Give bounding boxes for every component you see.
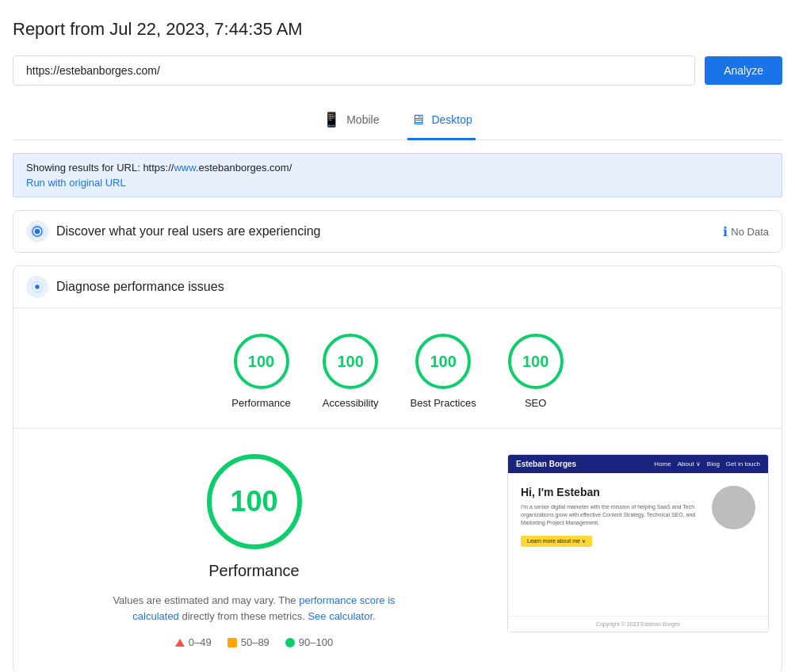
score-best-practices: 100 Best Practices xyxy=(411,334,476,409)
discover-section: Discover what your real users are experi… xyxy=(13,210,782,253)
tab-mobile-label: Mobile xyxy=(346,113,379,126)
results-www-link[interactable]: www xyxy=(174,162,195,174)
legend-orange: 50–89 xyxy=(227,636,269,648)
legend-red-icon xyxy=(175,639,185,647)
screenshot-footer: Copyright © 2023 Esteban Borges xyxy=(508,616,768,632)
screenshot-logo: Esteban Borges xyxy=(516,460,576,468)
detail-right: Esteban Borges Home About ∨ Blog Get in … xyxy=(507,454,769,632)
legend-orange-icon xyxy=(227,638,237,647)
score-accessibility: 100 Accessibility xyxy=(323,334,379,409)
detail-left: 100 Performance Values are estimated and… xyxy=(26,454,482,648)
screenshot-header: Esteban Borges Home About ∨ Blog Get in … xyxy=(508,455,768,473)
svg-point-4 xyxy=(35,284,39,288)
score-label-accessibility: Accessibility xyxy=(323,397,379,409)
results-banner: Showing results for URL: https://www.est… xyxy=(13,153,782,197)
detail-description: Values are estimated and may vary. The p… xyxy=(104,593,405,624)
screenshot-text-block: Hi, I'm Esteban I'm a senior digital mar… xyxy=(521,486,705,547)
no-data-text: No Data xyxy=(731,226,769,238)
score-circle-seo: 100 xyxy=(508,334,564,389)
no-data-badge: ℹ No Data xyxy=(723,224,769,239)
discover-icon xyxy=(26,220,48,242)
diagnose-section: Diagnose performance issues 100 Performa… xyxy=(13,265,782,672)
score-circle-best-practices: 100 xyxy=(415,334,471,389)
score-label-performance: Performance xyxy=(231,397,290,409)
results-text-prefix: Showing results for URL: https:// xyxy=(26,162,174,174)
tab-desktop[interactable]: 🖥 Desktop xyxy=(407,105,475,140)
screenshot-body-text: I'm a senior digital marketer with the m… xyxy=(521,503,705,526)
score-circle-accessibility: 100 xyxy=(323,334,378,389)
run-original-url-link[interactable]: Run with original URL xyxy=(26,177,769,189)
screenshot-hero: Hi, I'm Esteban I'm a senior digital mar… xyxy=(521,486,755,547)
screenshot-nav: Home About ∨ Blog Get in touch xyxy=(654,460,760,468)
score-performance: 100 Performance xyxy=(231,334,290,409)
score-label-seo: SEO xyxy=(525,397,546,409)
tab-bar: 📱 Mobile 🖥 Desktop xyxy=(13,105,782,140)
legend-row: 0–49 50–89 90–100 xyxy=(175,636,333,648)
legend-red: 0–49 xyxy=(175,636,212,648)
results-text-suffix: .estebanborges.com/ xyxy=(196,162,292,174)
report-title: Report from Jul 22, 2023, 7:44:35 AM xyxy=(13,19,782,40)
tab-desktop-label: Desktop xyxy=(431,113,472,126)
url-input[interactable] xyxy=(13,55,695,86)
score-label-best-practices: Best Practices xyxy=(411,397,476,409)
screenshot-cta: Learn more about me ∨ xyxy=(521,536,592,547)
see-calculator-link[interactable]: See calculator xyxy=(308,610,373,622)
diagnose-title: Diagnose performance issues xyxy=(56,280,769,294)
detail-section: 100 Performance Values are estimated and… xyxy=(13,429,782,672)
legend-green: 90–100 xyxy=(285,636,333,648)
desktop-icon: 🖥 xyxy=(411,112,425,128)
info-circle-icon: ℹ xyxy=(723,224,728,239)
screenshot-body: Hi, I'm Esteban I'm a senior digital mar… xyxy=(508,473,768,616)
screenshot-avatar xyxy=(712,486,755,529)
svg-point-0 xyxy=(35,229,40,235)
score-seo: 100 SEO xyxy=(508,334,564,409)
website-screenshot: Esteban Borges Home About ∨ Blog Get in … xyxy=(507,454,769,632)
legend-green-icon xyxy=(285,638,295,647)
analyze-button[interactable]: Analyze xyxy=(705,56,782,85)
screenshot-heading: Hi, I'm Esteban xyxy=(521,486,705,498)
tab-mobile[interactable]: 📱 Mobile xyxy=(319,105,382,140)
discover-title: Discover what your real users are experi… xyxy=(56,224,723,239)
score-circle-performance: 100 xyxy=(234,334,289,389)
scores-row: 100 Performance 100 Accessibility 100 Be… xyxy=(13,308,782,429)
mobile-icon: 📱 xyxy=(323,111,340,128)
detail-title: Performance xyxy=(208,562,300,580)
diagnose-icon xyxy=(26,276,48,298)
big-score-circle: 100 xyxy=(207,454,302,549)
